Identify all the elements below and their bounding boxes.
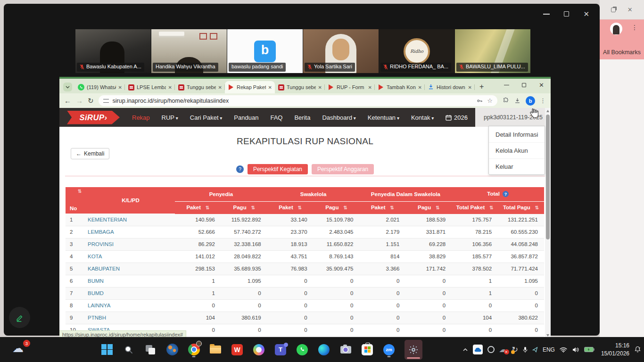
nav-item[interactable]: Berita (294, 114, 310, 121)
participant-video[interactable]: Ridho RIDHO FERDANA_ BA... (379, 29, 454, 73)
zoom-app-icon[interactable]: zm (383, 342, 395, 358)
new-tab-button[interactable]: + (479, 82, 484, 91)
forward-button[interactable]: → (76, 97, 83, 105)
klpd-link[interactable]: PTNBH (86, 312, 175, 324)
minimize-icon[interactable] (543, 14, 550, 15)
wifi-icon[interactable] (560, 347, 567, 353)
browser-menu-icon[interactable]: ⋮ (540, 97, 546, 104)
ms-store-icon[interactable] (361, 342, 373, 358)
mic-in-use-icon[interactable] (523, 346, 528, 353)
dropdown-menu-item[interactable]: Kelola Akun (489, 142, 545, 158)
sync-status-icon[interactable]: ↻ (512, 346, 518, 354)
browser-tab[interactable]: Tunggu sebe ✕ (275, 81, 325, 93)
dropdown-menu-item[interactable]: Detail Informasi (489, 126, 545, 142)
nav-item[interactable]: Panduan (234, 114, 258, 121)
klpd-link[interactable]: KEMENTERIAN (86, 214, 175, 226)
close-icon[interactable]: ✕ (627, 7, 633, 13)
maximize-icon[interactable] (564, 11, 569, 16)
nav-item[interactable]: Cari Paket (190, 114, 223, 121)
browser-tab[interactable]: Rekap Paket ✕ (225, 81, 275, 93)
start-button[interactable] (101, 342, 113, 358)
password-key-icon[interactable] (476, 98, 483, 104)
participant-video[interactable]: Bawaslu Kabupaten A... (75, 29, 151, 73)
scroll-up-icon[interactable] (546, 110, 549, 112)
help-icon[interactable]: ? (236, 165, 244, 173)
task-view-button[interactable] (144, 342, 157, 358)
wps-office-icon[interactable]: W (231, 342, 243, 358)
scroll-down-icon[interactable] (546, 334, 549, 337)
klpd-link[interactable]: KOTA (86, 250, 175, 263)
browser-tab[interactable]: LPSE Lemba ✕ (125, 81, 175, 93)
klpd-link[interactable]: LEMBAGA (86, 226, 175, 238)
klpd-link[interactable]: LAINNYA (86, 299, 175, 312)
teams-icon[interactable]: T (274, 342, 287, 358)
avatar[interactable] (610, 23, 622, 35)
downloads-icon[interactable] (514, 97, 521, 104)
battery-icon[interactable] (584, 347, 594, 352)
participant-video[interactable]: Yola Sartika Sari (303, 29, 379, 73)
browser-tab[interactable]: (119) WhatsA ✕ (75, 81, 125, 93)
close-icon[interactable]: ✕ (539, 82, 544, 88)
tab-close-icon[interactable]: ✕ (318, 85, 322, 90)
participant-video[interactable]: BAWASLU_LIMA PULU... (455, 29, 530, 73)
sync-error-icon[interactable]: ☁ (499, 346, 507, 354)
location-in-use-icon[interactable] (532, 347, 538, 353)
tab-close-icon[interactable]: ✕ (218, 85, 222, 90)
chrome-taskbar-icon[interactable] (188, 342, 200, 358)
tab-close-icon[interactable]: ✕ (368, 85, 372, 90)
browser-tab[interactable]: Histori down ✕ (425, 81, 475, 93)
subheader-pagu[interactable]: Pagu⇅ (221, 201, 267, 214)
back-button-kembali[interactable]: ← Kembali (71, 148, 109, 159)
nav-item[interactable]: Ketentuan (368, 114, 399, 121)
nav-item[interactable]: Kontak (411, 114, 434, 121)
subheader-pagu[interactable]: Pagu⇅ (405, 201, 452, 214)
info-icon[interactable]: ? (503, 191, 509, 197)
browser-profile-avatar[interactable]: b (526, 96, 535, 106)
tab-close-icon[interactable]: ✕ (118, 85, 122, 90)
browser-tab[interactable]: Tambah Kon ✕ (375, 81, 425, 93)
annotation-pencil-button[interactable] (9, 307, 30, 328)
klpd-link[interactable]: KABUPATEN (86, 263, 175, 275)
clock[interactable]: 15:16 15/01/2026 (601, 342, 629, 357)
settings-active-icon[interactable] (405, 340, 422, 360)
all-bookmarks-label[interactable]: All Bookmarks (600, 49, 644, 56)
address-bar[interactable]: sirup.inaproc.id/sirup/home/rekapitulasi… (99, 95, 497, 106)
restore-icon[interactable] (611, 8, 616, 12)
nav-item[interactable]: RUP (162, 114, 178, 121)
tab-close-icon[interactable]: ✕ (468, 85, 472, 90)
subheader-paket[interactable]: Paket⇅ (360, 201, 406, 214)
minimize-icon[interactable] (504, 85, 509, 86)
dropdown-menu-item[interactable]: Keluar (489, 158, 545, 174)
subheader-total-paket[interactable]: Total Paket⇅ (452, 201, 498, 214)
tab-close-icon[interactable]: ✕ (268, 85, 272, 90)
bookmark-star-icon[interactable]: ☆ (487, 98, 493, 104)
search-button[interactable] (123, 342, 135, 358)
subheader-total-pagu[interactable]: Total Pagu⇅ (498, 201, 544, 214)
nav-item[interactable]: FAQ (270, 114, 282, 121)
vertical-scrollbar[interactable] (545, 108, 551, 338)
language-indicator[interactable]: ENG (543, 346, 555, 353)
tab-close-icon[interactable]: ✕ (168, 85, 172, 90)
sirup-logo[interactable]: SiRUP› (67, 111, 120, 124)
column-header-no[interactable]: ⇅ No (66, 187, 86, 214)
participant-video[interactable]: Handika Wahyu Vikrantha (151, 29, 227, 73)
globe-app-icon[interactable] (166, 342, 178, 358)
notification-bell-icon[interactable]: z (634, 346, 641, 353)
klpd-link[interactable]: PROVINSI (86, 238, 175, 250)
weather-widget[interactable]: ☁ 3 (12, 343, 28, 357)
site-info-icon[interactable] (103, 99, 109, 103)
subheader-paket[interactable]: Paket⇅ (175, 201, 221, 214)
tab-search-button[interactable] (63, 82, 72, 91)
subheader-paket[interactable]: Paket⇅ (267, 201, 314, 214)
klpd-link[interactable]: BUMN (86, 275, 175, 287)
column-header-klpd[interactable]: K/L/PD (86, 187, 175, 214)
maximize-icon[interactable] (522, 83, 526, 87)
close-icon[interactable]: ✕ (583, 10, 589, 17)
browser-tab[interactable]: RUP - Form ✕ (325, 81, 375, 93)
reload-button[interactable]: ↻ (88, 97, 94, 105)
tray-expand-chevron[interactable] (462, 348, 468, 352)
camera-icon[interactable] (339, 342, 352, 358)
tab-close-icon[interactable]: ✕ (418, 85, 422, 90)
nav-item[interactable]: Dashboard (322, 114, 355, 121)
subheader-pagu[interactable]: Pagu⇅ (314, 201, 360, 214)
